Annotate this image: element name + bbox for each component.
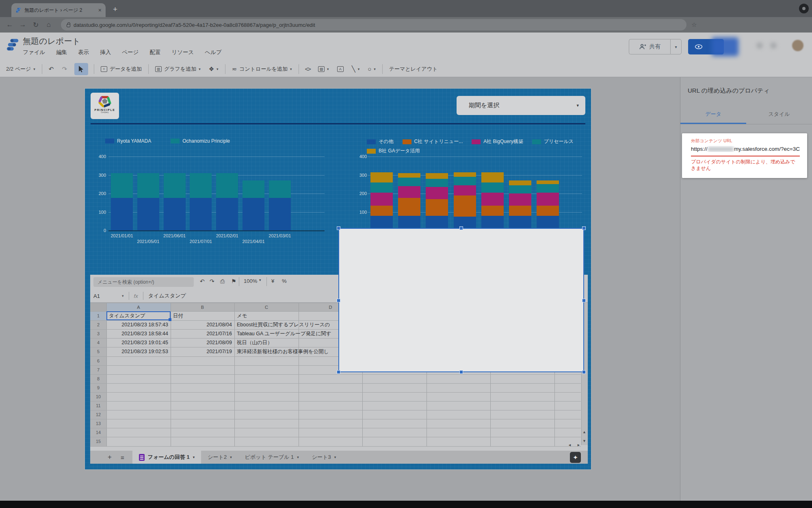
sheets-menu-search-input[interactable]	[93, 277, 194, 287]
selection-handle[interactable]	[582, 299, 586, 302]
sheets-undo-icon[interactable]: ↶	[200, 278, 205, 284]
sheet-cell[interactable]: 2021/07/16	[171, 329, 234, 338]
sheet-cell[interactable]: 2021/08/23 18:57:43	[106, 320, 171, 329]
row-number[interactable]: 13	[90, 419, 106, 428]
back-icon[interactable]: ←	[3, 21, 16, 29]
row-number[interactable]: 10	[90, 392, 106, 401]
sheet-cell[interactable]: 2021/08/23 19:01:45	[106, 338, 171, 347]
scroll-up-icon[interactable]: ▲	[582, 430, 586, 434]
bar-stack[interactable]	[398, 173, 420, 230]
sheet-cell[interactable]: 2021/08/09	[171, 338, 234, 347]
text-tool[interactable]: A	[337, 66, 344, 72]
bar-stack[interactable]	[537, 180, 559, 230]
row-number[interactable]: 7	[90, 365, 106, 374]
external-url-input[interactable]: https://my.salesforce.com/?ec=3C	[691, 146, 800, 152]
row-number[interactable]: 1	[90, 311, 106, 320]
sheet-tab-2[interactable]: ピボット テーブル 1▾	[238, 451, 305, 464]
sheet-cell[interactable]: Eboost社買収に関するプレスリリースの	[234, 320, 338, 329]
url-embed-tool[interactable]: <>	[305, 65, 311, 72]
home-icon[interactable]: ⌂	[42, 21, 55, 29]
menu-4[interactable]: ページ	[122, 49, 139, 56]
menu-2[interactable]: 表示	[78, 49, 89, 56]
currency-format-button[interactable]: ¥	[271, 278, 274, 284]
row-number[interactable]: 6	[90, 356, 106, 365]
bar-stack[interactable]	[426, 173, 448, 230]
sheet-cell[interactable]: 2021/08/04	[171, 320, 234, 329]
sheet-tab-3[interactable]: シート3▾	[305, 451, 342, 464]
share-caret-button[interactable]: ▾	[670, 39, 682, 54]
column-header-A[interactable]: A	[106, 303, 171, 311]
sheet-cell[interactable]: 2021/07/19	[171, 347, 234, 356]
bar-stack[interactable]	[370, 172, 393, 230]
add-sheet-button[interactable]: +	[108, 453, 112, 461]
tab-close-icon[interactable]: ×	[98, 7, 102, 13]
explore-button[interactable]: ✦	[570, 452, 581, 463]
add-data-button[interactable]: + データを追加	[101, 65, 142, 73]
selection-handle[interactable]	[337, 370, 340, 374]
select-cursor-tool[interactable]	[74, 63, 88, 75]
scroll-down-icon[interactable]: ▼	[582, 439, 586, 443]
report-page[interactable]: PRINCIPLE Company 期間を選択 ▾ Ryota YAMADAOc…	[85, 89, 591, 469]
forward-icon[interactable]: →	[16, 21, 29, 29]
column-header-C[interactable]: C	[234, 303, 299, 311]
fill-handle[interactable]	[169, 318, 171, 321]
sheets-redo-icon[interactable]: ↷	[210, 278, 214, 284]
theme-layout-button[interactable]: テーマとレイアウト	[389, 65, 437, 73]
bookmark-star-icon[interactable]: ☆	[691, 21, 697, 28]
print-icon[interactable]: ⎙	[220, 278, 225, 285]
scroll-right-icon[interactable]: ►	[577, 443, 580, 447]
reload-icon[interactable]: ↻	[29, 21, 42, 29]
bar-stack[interactable]	[111, 173, 133, 230]
sheet-cell[interactable]: メモ	[234, 311, 338, 320]
line-tool[interactable]: ╲▾	[352, 65, 360, 73]
bar-stack[interactable]	[509, 180, 531, 230]
undo-button[interactable]: ↶	[49, 65, 54, 73]
tab-data[interactable]: データ	[680, 104, 746, 124]
redo-button[interactable]: ↷	[62, 65, 67, 73]
row-number[interactable]: 9	[90, 383, 106, 392]
bar-stack[interactable]	[164, 173, 186, 230]
row-number[interactable]: 8	[90, 374, 106, 383]
row-number[interactable]: 4	[90, 338, 106, 347]
company-logo-card[interactable]: PRINCIPLE Company	[91, 93, 119, 119]
browser-tab[interactable]: 無題のレポート › ページ 2 ×	[11, 3, 106, 17]
selection-handle[interactable]	[459, 370, 463, 374]
row-number[interactable]: 12	[90, 410, 106, 419]
share-button[interactable]: 共有	[629, 39, 670, 54]
sheet-cell[interactable]: 2021/08/23 19:02:53	[106, 347, 171, 356]
image-tool[interactable]: ▨▾	[318, 66, 329, 72]
menu-3[interactable]: 挿入	[100, 49, 111, 56]
selection-handle[interactable]	[337, 226, 340, 230]
sheet-cell[interactable]: 祝日（山の日）	[234, 338, 338, 347]
selection-handle[interactable]	[582, 370, 586, 374]
add-control-button[interactable]: ≂ コントロールを追加▾	[232, 65, 292, 73]
selection-handle[interactable]	[582, 226, 586, 230]
row-number[interactable]: 14	[90, 428, 106, 437]
menu-0[interactable]: ファイル	[23, 49, 45, 56]
select-all-corner[interactable]	[90, 303, 106, 311]
zoom-select[interactable]: 100%	[244, 278, 257, 284]
menu-1[interactable]: 編集	[56, 49, 67, 56]
bar-stack[interactable]	[216, 173, 238, 230]
page-selector[interactable]: 2/2 ページ▾	[6, 65, 35, 73]
shape-tool[interactable]: ○▾	[368, 65, 376, 72]
bar-stack[interactable]	[481, 172, 504, 230]
bar-stack[interactable]	[269, 180, 291, 230]
bar-stack[interactable]	[137, 173, 159, 230]
row-number[interactable]: 2	[90, 320, 106, 329]
menu-7[interactable]: ヘルプ	[205, 49, 221, 56]
sheet-cell[interactable]: Tableau GA ユーザーグループ発足に関す	[234, 329, 338, 338]
caret-down-icon[interactable]: ▾	[259, 278, 261, 282]
report-title[interactable]: 無題のレポート	[23, 36, 80, 47]
column-header-B[interactable]: B	[171, 303, 234, 311]
sheet-cell[interactable]: 日付	[171, 311, 234, 320]
bar-chart-left[interactable]: Ryota YAMADAOchanomizu Principle01002003…	[89, 134, 330, 253]
header-icon-blurred[interactable]	[756, 42, 763, 49]
sheet-cell[interactable]: 2021/08/23 18:58:44	[106, 329, 171, 338]
percent-format-button[interactable]: %	[282, 278, 287, 284]
sheet-cell[interactable]: 東洋経済新報社様のお客様事例を公開し	[234, 347, 338, 356]
formula-input[interactable]: タイムスタンプ	[148, 292, 186, 300]
new-tab-button[interactable]: +	[113, 5, 117, 14]
row-number[interactable]: 15	[90, 437, 106, 446]
menu-5[interactable]: 配置	[149, 49, 160, 56]
